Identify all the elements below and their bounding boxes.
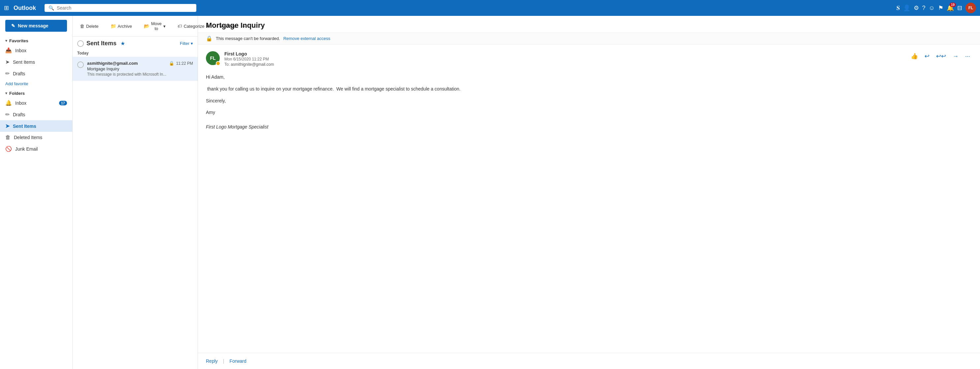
sidebar-item-label: Junk Email — [15, 146, 67, 152]
to-address: asmithignite@gmail.com — [231, 62, 274, 67]
lock-icon: 🔒 — [169, 61, 174, 66]
footer-separator: | — [223, 358, 224, 364]
sender-avatar: FL — [206, 51, 220, 65]
sidebar-item-inbox-folder[interactable]: 🔔 Inbox 17 — [0, 97, 72, 109]
email-subject: Mortgage Inquiry — [87, 66, 193, 71]
avatar[interactable]: FL — [966, 3, 976, 13]
junk-folder-icon: 🚫 — [5, 146, 12, 152]
sidebar-item-sent-fav[interactable]: ➤ Sent Items — [0, 56, 72, 68]
help-icon[interactable]: ? — [922, 5, 926, 11]
sidebar-item-label: Inbox — [15, 48, 67, 53]
filter-button[interactable]: Filter ▾ — [180, 41, 193, 46]
search-box[interactable]: 🔍 — [45, 4, 196, 12]
sidebar-item-drafts-fav[interactable]: ✏ Drafts — [0, 68, 72, 79]
reading-pane-title: Mortgage Inquiry — [198, 16, 980, 33]
sidebar-item-deleted-folder[interactable]: 🗑 Deleted Items — [0, 132, 72, 143]
compose-icon: ✎ — [11, 23, 15, 29]
archive-button[interactable]: 📁 Archive — [108, 21, 135, 31]
delete-button[interactable]: 🗑 Delete — [77, 21, 101, 31]
folders-chevron-icon: ▾ — [5, 91, 7, 96]
protected-notice-text: This message can't be forwarded. — [216, 36, 280, 41]
favorites-label: Favorites — [9, 38, 29, 43]
sidebar-item-label: Inbox — [15, 101, 56, 106]
main-layout: ✎ New message ▾ Favorites 📥 Inbox ➤ Sent… — [0, 16, 980, 369]
email-meta: First Logo Mon 6/15/2020 11:22 PM To: as… — [224, 51, 904, 67]
sidebar-item-label: Drafts — [13, 112, 67, 117]
apps-grid-icon[interactable]: ⊞ — [4, 4, 9, 11]
split-view-icon[interactable]: ⊟ — [957, 4, 962, 11]
folders-label: Folders — [9, 91, 25, 96]
email-item-row1: asmithignite@gmail.com 🔒 11:22 PM — [87, 61, 193, 66]
email-item[interactable]: asmithignite@gmail.com 🔒 11:22 PM Mortga… — [73, 57, 198, 81]
sender-avatar-initials: FL — [210, 56, 215, 61]
email-to: To: asmithignite@gmail.com — [224, 62, 904, 67]
email-sender: asmithignite@gmail.com — [87, 61, 138, 66]
people-icon[interactable]: 👤 — [903, 4, 910, 11]
new-message-label: New message — [18, 23, 48, 29]
reading-pane: Mortgage Inquiry 🔒 This message can't be… — [198, 16, 980, 369]
like-button[interactable]: 👍 — [909, 51, 920, 61]
email-footer: Reply | Forward — [198, 353, 980, 369]
move-chevron-icon: ▾ — [163, 24, 165, 29]
star-icon[interactable]: ★ — [121, 40, 125, 46]
select-all-circle[interactable] — [77, 40, 84, 47]
favorites-chevron-icon: ▾ — [5, 38, 7, 43]
email-datetime: Mon 6/15/2020 11:22 PM — [224, 57, 904, 61]
more-actions-button[interactable]: ··· — [963, 51, 972, 61]
sidebar-item-label: Deleted Items — [14, 135, 67, 140]
folders-section-header[interactable]: ▾ Folders — [0, 88, 72, 97]
flag-icon[interactable]: ⚑ — [938, 4, 943, 11]
sidebar-item-junk-folder[interactable]: 🚫 Junk Email — [0, 143, 72, 155]
forward-header-button[interactable]: → — [951, 51, 961, 61]
lock-banner-icon: 🔒 — [206, 35, 213, 42]
inbox-badge: 17 — [59, 101, 67, 105]
forward-button[interactable]: Forward — [229, 358, 246, 364]
reply-header-button[interactable]: ↩ — [923, 51, 932, 61]
move-to-button[interactable]: 📂 Move to ▾ — [141, 19, 168, 33]
archive-icon: 📁 — [111, 24, 116, 29]
categorize-icon: 🏷 — [178, 24, 182, 29]
email-from: First Logo — [224, 51, 904, 56]
body-main: thank you for calling us to inquire on y… — [206, 85, 972, 93]
delete-label: Delete — [86, 24, 99, 29]
email-content-area: FL First Logo Mon 6/15/2020 11:22 PM To:… — [198, 45, 980, 353]
reply-all-header-button[interactable]: ↩↩ — [934, 51, 948, 61]
sidebar-item-sent-folder[interactable]: ➤ Sent Items — [0, 120, 72, 132]
move-to-label: Move to — [151, 21, 162, 31]
drafts-icon: ✏ — [5, 70, 10, 77]
reply-button[interactable]: Reply — [206, 358, 218, 364]
skype-icon[interactable]: 𝐒 — [897, 5, 900, 11]
emoji-icon[interactable]: ☺ — [929, 5, 935, 11]
new-message-button[interactable]: ✎ New message — [5, 20, 67, 32]
topbar-icons: 𝐒 👤 ⚙ ? ☺ ⚑ 🔔 19 ⊟ FL — [897, 3, 976, 13]
sidebar-item-drafts-folder[interactable]: ✏ Drafts — [0, 109, 72, 120]
move-icon: 📂 — [144, 24, 150, 29]
email-select-circle[interactable] — [77, 61, 84, 68]
email-list-title: Sent Items — [86, 40, 116, 47]
body-name: Amy — [206, 109, 972, 117]
sidebar-item-label: Drafts — [13, 71, 67, 76]
filter-label: Filter — [180, 41, 189, 46]
archive-label: Archive — [118, 24, 132, 29]
search-input[interactable] — [57, 5, 192, 11]
email-time: 11:22 PM — [176, 61, 193, 66]
inbox-folder-icon: 🔔 — [5, 100, 12, 106]
app-title: Outlook — [14, 5, 36, 11]
add-favorite-link[interactable]: Add favorite — [0, 79, 72, 88]
to-label: To: — [224, 62, 230, 67]
avatar-status-badge — [216, 61, 220, 66]
settings-icon[interactable]: ⚙ — [914, 4, 919, 11]
notifications-icon[interactable]: 🔔 19 — [947, 4, 954, 11]
sent-folder-icon: ➤ — [5, 123, 10, 129]
protected-banner: 🔒 This message can't be forwarded. Remov… — [198, 33, 980, 45]
delete-icon: 🗑 — [80, 24, 84, 29]
sidebar-item-label: Sent Items — [13, 123, 67, 129]
remove-external-access-link[interactable]: Remove external access — [283, 36, 330, 41]
body-greeting: Hi Adam, — [206, 73, 972, 81]
body-signature: First Logo Mortgage Specialist — [206, 123, 972, 131]
email-body: Hi Adam, thank you for calling us to inq… — [206, 73, 972, 131]
sidebar-item-label: Sent Items — [13, 59, 67, 65]
favorites-section-header[interactable]: ▾ Favorites — [0, 36, 72, 45]
sidebar-item-inbox-fav[interactable]: 📥 Inbox — [0, 45, 72, 56]
sidebar: ✎ New message ▾ Favorites 📥 Inbox ➤ Sent… — [0, 16, 73, 369]
